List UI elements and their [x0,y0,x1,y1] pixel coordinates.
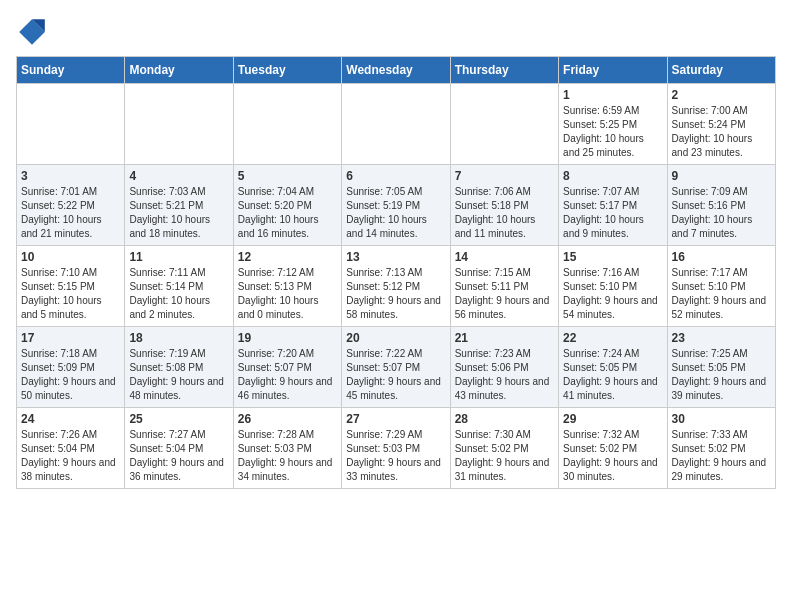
calendar-cell: 1Sunrise: 6:59 AM Sunset: 5:25 PM Daylig… [559,84,667,165]
calendar-cell: 3Sunrise: 7:01 AM Sunset: 5:22 PM Daylig… [17,165,125,246]
day-number: 21 [455,331,554,345]
day-info: Sunrise: 7:32 AM Sunset: 5:02 PM Dayligh… [563,428,662,484]
calendar-cell: 8Sunrise: 7:07 AM Sunset: 5:17 PM Daylig… [559,165,667,246]
calendar-cell [233,84,341,165]
day-info: Sunrise: 7:27 AM Sunset: 5:04 PM Dayligh… [129,428,228,484]
logo-icon [16,16,48,48]
calendar-cell: 4Sunrise: 7:03 AM Sunset: 5:21 PM Daylig… [125,165,233,246]
calendar-cell: 17Sunrise: 7:18 AM Sunset: 5:09 PM Dayli… [17,327,125,408]
day-number: 1 [563,88,662,102]
calendar-cell: 2Sunrise: 7:00 AM Sunset: 5:24 PM Daylig… [667,84,775,165]
day-info: Sunrise: 7:25 AM Sunset: 5:05 PM Dayligh… [672,347,771,403]
calendar-cell [17,84,125,165]
calendar-cell: 16Sunrise: 7:17 AM Sunset: 5:10 PM Dayli… [667,246,775,327]
day-info: Sunrise: 7:09 AM Sunset: 5:16 PM Dayligh… [672,185,771,241]
day-info: Sunrise: 7:15 AM Sunset: 5:11 PM Dayligh… [455,266,554,322]
day-number: 6 [346,169,445,183]
day-info: Sunrise: 7:04 AM Sunset: 5:20 PM Dayligh… [238,185,337,241]
calendar-cell: 24Sunrise: 7:26 AM Sunset: 5:04 PM Dayli… [17,408,125,489]
day-info: Sunrise: 7:30 AM Sunset: 5:02 PM Dayligh… [455,428,554,484]
day-info: Sunrise: 7:28 AM Sunset: 5:03 PM Dayligh… [238,428,337,484]
day-info: Sunrise: 7:24 AM Sunset: 5:05 PM Dayligh… [563,347,662,403]
day-info: Sunrise: 7:05 AM Sunset: 5:19 PM Dayligh… [346,185,445,241]
day-number: 4 [129,169,228,183]
day-info: Sunrise: 7:26 AM Sunset: 5:04 PM Dayligh… [21,428,120,484]
day-info: Sunrise: 7:00 AM Sunset: 5:24 PM Dayligh… [672,104,771,160]
day-info: Sunrise: 7:12 AM Sunset: 5:13 PM Dayligh… [238,266,337,322]
calendar-table: SundayMondayTuesdayWednesdayThursdayFrid… [16,56,776,489]
day-info: Sunrise: 7:23 AM Sunset: 5:06 PM Dayligh… [455,347,554,403]
weekday-header: Tuesday [233,57,341,84]
day-number: 5 [238,169,337,183]
day-info: Sunrise: 7:01 AM Sunset: 5:22 PM Dayligh… [21,185,120,241]
calendar-cell: 20Sunrise: 7:22 AM Sunset: 5:07 PM Dayli… [342,327,450,408]
calendar-cell: 7Sunrise: 7:06 AM Sunset: 5:18 PM Daylig… [450,165,558,246]
day-number: 9 [672,169,771,183]
calendar-cell [450,84,558,165]
day-number: 3 [21,169,120,183]
day-info: Sunrise: 6:59 AM Sunset: 5:25 PM Dayligh… [563,104,662,160]
day-info: Sunrise: 7:22 AM Sunset: 5:07 PM Dayligh… [346,347,445,403]
day-number: 19 [238,331,337,345]
weekday-header: Friday [559,57,667,84]
day-info: Sunrise: 7:29 AM Sunset: 5:03 PM Dayligh… [346,428,445,484]
day-info: Sunrise: 7:06 AM Sunset: 5:18 PM Dayligh… [455,185,554,241]
calendar-week-row: 1Sunrise: 6:59 AM Sunset: 5:25 PM Daylig… [17,84,776,165]
day-info: Sunrise: 7:18 AM Sunset: 5:09 PM Dayligh… [21,347,120,403]
calendar-header-row: SundayMondayTuesdayWednesdayThursdayFrid… [17,57,776,84]
calendar-cell: 19Sunrise: 7:20 AM Sunset: 5:07 PM Dayli… [233,327,341,408]
day-number: 26 [238,412,337,426]
day-info: Sunrise: 7:10 AM Sunset: 5:15 PM Dayligh… [21,266,120,322]
day-number: 24 [21,412,120,426]
day-number: 30 [672,412,771,426]
day-number: 28 [455,412,554,426]
calendar-cell: 5Sunrise: 7:04 AM Sunset: 5:20 PM Daylig… [233,165,341,246]
day-number: 11 [129,250,228,264]
day-number: 29 [563,412,662,426]
day-number: 14 [455,250,554,264]
day-number: 16 [672,250,771,264]
day-number: 8 [563,169,662,183]
day-number: 18 [129,331,228,345]
calendar-cell: 14Sunrise: 7:15 AM Sunset: 5:11 PM Dayli… [450,246,558,327]
day-info: Sunrise: 7:07 AM Sunset: 5:17 PM Dayligh… [563,185,662,241]
weekday-header: Wednesday [342,57,450,84]
calendar-cell: 26Sunrise: 7:28 AM Sunset: 5:03 PM Dayli… [233,408,341,489]
calendar-cell: 18Sunrise: 7:19 AM Sunset: 5:08 PM Dayli… [125,327,233,408]
day-number: 22 [563,331,662,345]
logo [16,16,52,48]
calendar-cell: 30Sunrise: 7:33 AM Sunset: 5:02 PM Dayli… [667,408,775,489]
day-number: 23 [672,331,771,345]
day-number: 10 [21,250,120,264]
weekday-header: Thursday [450,57,558,84]
calendar-cell: 11Sunrise: 7:11 AM Sunset: 5:14 PM Dayli… [125,246,233,327]
calendar-cell [125,84,233,165]
calendar-week-row: 17Sunrise: 7:18 AM Sunset: 5:09 PM Dayli… [17,327,776,408]
calendar-cell: 28Sunrise: 7:30 AM Sunset: 5:02 PM Dayli… [450,408,558,489]
calendar-week-row: 3Sunrise: 7:01 AM Sunset: 5:22 PM Daylig… [17,165,776,246]
day-info: Sunrise: 7:16 AM Sunset: 5:10 PM Dayligh… [563,266,662,322]
day-number: 17 [21,331,120,345]
calendar-cell: 13Sunrise: 7:13 AM Sunset: 5:12 PM Dayli… [342,246,450,327]
calendar-week-row: 10Sunrise: 7:10 AM Sunset: 5:15 PM Dayli… [17,246,776,327]
weekday-header: Sunday [17,57,125,84]
day-number: 2 [672,88,771,102]
day-info: Sunrise: 7:20 AM Sunset: 5:07 PM Dayligh… [238,347,337,403]
day-number: 7 [455,169,554,183]
day-number: 15 [563,250,662,264]
calendar-cell: 12Sunrise: 7:12 AM Sunset: 5:13 PM Dayli… [233,246,341,327]
calendar-cell: 10Sunrise: 7:10 AM Sunset: 5:15 PM Dayli… [17,246,125,327]
calendar-cell: 29Sunrise: 7:32 AM Sunset: 5:02 PM Dayli… [559,408,667,489]
day-info: Sunrise: 7:33 AM Sunset: 5:02 PM Dayligh… [672,428,771,484]
page-header [16,16,776,48]
day-info: Sunrise: 7:03 AM Sunset: 5:21 PM Dayligh… [129,185,228,241]
calendar-cell: 25Sunrise: 7:27 AM Sunset: 5:04 PM Dayli… [125,408,233,489]
day-number: 20 [346,331,445,345]
day-number: 25 [129,412,228,426]
day-number: 13 [346,250,445,264]
day-info: Sunrise: 7:17 AM Sunset: 5:10 PM Dayligh… [672,266,771,322]
day-number: 27 [346,412,445,426]
weekday-header: Saturday [667,57,775,84]
calendar-cell: 15Sunrise: 7:16 AM Sunset: 5:10 PM Dayli… [559,246,667,327]
weekday-header: Monday [125,57,233,84]
